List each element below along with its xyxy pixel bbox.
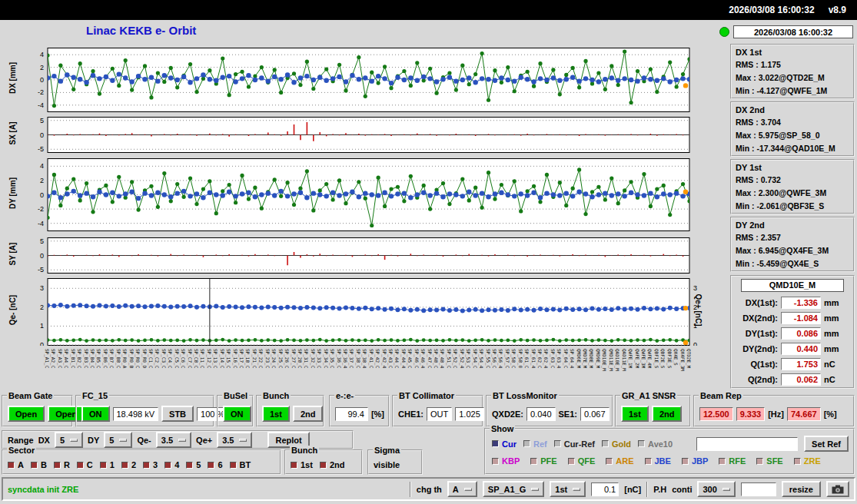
- bpm-label: SP_32_C: [311, 349, 316, 368]
- fc15-stb-button[interactable]: STB: [161, 406, 194, 422]
- set-ref-button[interactable]: Set Ref: [804, 436, 849, 452]
- gr-a1-2nd-button[interactable]: 2nd: [652, 406, 683, 422]
- checkbox-label: KBP: [502, 456, 520, 466]
- sector-checkbox-1[interactable]: 1: [100, 460, 115, 469]
- sector-checkbox-2[interactable]: 2: [121, 460, 136, 469]
- show-checkbox-jbe[interactable]: JBE: [645, 456, 671, 466]
- beam-rep-group: Beam Rep 12.500 9.333 [Hz] 74.667 [%]: [693, 395, 855, 427]
- show-checkbox-zre[interactable]: ZRE: [794, 456, 821, 466]
- bpm-label: SP_11_C: [200, 349, 205, 368]
- status-message: syncdata init ZRE: [8, 485, 78, 494]
- show-checkbox-cur-ref[interactable]: Cur-Ref: [554, 439, 595, 449]
- checkbox-label: 2: [131, 460, 136, 469]
- svg-text:1: 1: [40, 322, 44, 330]
- conti-toggle[interactable]: conti: [672, 485, 692, 494]
- range-dx-select[interactable]: 5: [55, 432, 83, 448]
- checkbox-label: ARE: [616, 456, 633, 466]
- bpm-label: SP_63_C: [550, 349, 556, 368]
- bpm-label: QMD6E_M: [576, 349, 582, 368]
- bpm-label: SP_25_C: [278, 349, 284, 368]
- bpm-label: QBF1E_S: [654, 349, 659, 368]
- bpm-label: SP_62_C: [537, 349, 543, 368]
- checkbox-icon: [164, 462, 171, 469]
- beam-gate-open-button-1[interactable]: Open: [8, 406, 45, 422]
- checkbox-icon: [602, 440, 609, 447]
- bpm-label: SP_38_C: [356, 349, 361, 368]
- sector-checkbox-bt[interactable]: BT: [230, 460, 251, 469]
- sigma-visible-label[interactable]: visible: [374, 460, 400, 469]
- sector-checkbox-4[interactable]: 4: [164, 460, 179, 469]
- show-checkbox-jbp[interactable]: JBP: [682, 456, 708, 466]
- checkbox-label: 1st: [301, 460, 313, 469]
- bpm-label: SP_A1_C: [45, 349, 50, 368]
- interval-select[interactable]: 300: [697, 481, 735, 497]
- resize-button[interactable]: resize: [782, 481, 821, 497]
- sector-checkbox-c[interactable]: C: [77, 460, 93, 469]
- show-checkbox-sfe[interactable]: SFE: [756, 456, 782, 466]
- bpm-label: SP_C5_C: [174, 349, 180, 368]
- beam-rep-pct-label: [%]: [824, 410, 837, 419]
- gr-a1-1st-button[interactable]: 1st: [621, 406, 649, 422]
- show-checkbox-ref[interactable]: Ref: [523, 439, 547, 449]
- bunch-1st-button[interactable]: 1st: [262, 406, 290, 422]
- bunch-number-select[interactable]: 1st: [550, 481, 586, 497]
- range-qep-select[interactable]: 3.5: [217, 432, 252, 448]
- bunch-checkbox-2nd[interactable]: 2nd: [320, 460, 345, 469]
- stat-rms: RMS : 3.704: [736, 116, 849, 129]
- show-checkbox-cur[interactable]: Cur: [492, 439, 517, 449]
- se1-label: SE1:: [559, 410, 577, 419]
- bpm-label: SP_61_C: [524, 349, 530, 368]
- chg-th-toggle[interactable]: chg th: [417, 485, 442, 494]
- bpm-label: SP_57_C: [505, 349, 510, 368]
- threshold-entry[interactable]: 0.1: [591, 482, 619, 496]
- camera-button[interactable]: [826, 481, 849, 497]
- sector-checkbox-5[interactable]: 5: [186, 460, 201, 469]
- range-qem-select[interactable]: 3.5: [156, 432, 191, 448]
- sector-group-label: Sector: [7, 446, 36, 455]
- bpm-label: SP_31_C: [304, 349, 309, 368]
- blank-entry[interactable]: [741, 482, 776, 496]
- svg-text:0: 0: [40, 252, 44, 260]
- fc15-on-button[interactable]: ON: [81, 406, 110, 422]
- sector-checkbox-a[interactable]: A: [8, 460, 24, 469]
- ref-name-entry[interactable]: [696, 437, 798, 451]
- show-checkbox-rfe[interactable]: RFE: [719, 456, 746, 466]
- select-value: 5: [60, 436, 65, 445]
- sector-checkbox-b[interactable]: B: [31, 460, 47, 469]
- che1-state-value: OUT: [427, 407, 452, 421]
- bpm-monitor-rows: DX(1st):-1.336mmDX(2nd):-1.084mmDY(1st):…: [735, 295, 850, 387]
- busel-group: BuSel ON: [217, 395, 254, 427]
- monitor-unit: mm: [824, 344, 839, 353]
- bpm-label: SP_B5_C: [96, 349, 101, 368]
- checkbox-icon: [8, 462, 15, 469]
- sector-checkbox-3[interactable]: 3: [143, 460, 158, 469]
- show-checkbox-pfe[interactable]: PFE: [530, 456, 556, 466]
- show-checkbox-kbp[interactable]: KBP: [492, 456, 520, 466]
- show-checkbox-gold[interactable]: Gold: [602, 439, 631, 449]
- ph-toggle[interactable]: P.H: [653, 485, 666, 494]
- range-dy-select[interactable]: 5: [104, 432, 132, 448]
- sector-checkbox-r[interactable]: R: [54, 460, 70, 469]
- che1-position-value: 1.025: [455, 407, 484, 421]
- sector-checkbox-6[interactable]: 6: [208, 460, 222, 469]
- bpm-label: QWFE_4M: [647, 349, 653, 368]
- fc15-group-label: FC_15: [81, 391, 109, 400]
- bunch-group: Bunch 1st 2nd: [256, 395, 324, 427]
- bunch-checkbox-1st[interactable]: 1st: [291, 460, 313, 469]
- device-select[interactable]: SP_A1_G: [483, 481, 545, 497]
- show-checkbox-are[interactable]: ARE: [606, 456, 633, 466]
- monitor-value: 0.062: [781, 373, 821, 386]
- show-checkbox-ave10[interactable]: Ave10: [638, 439, 673, 449]
- show-checkbox-qfe[interactable]: QFE: [568, 456, 596, 466]
- busel-on-button[interactable]: ON: [223, 406, 251, 422]
- bunch-2nd-button[interactable]: 2nd: [293, 406, 324, 422]
- checkbox-label: Cur: [502, 439, 517, 449]
- sector-select[interactable]: A: [447, 481, 477, 497]
- beam-rep-value-2: 9.333: [736, 407, 766, 421]
- svg-text:4: 4: [40, 51, 44, 58]
- bpm-label: SP_16_C: [233, 349, 238, 368]
- bunch-group-label: Bunch: [261, 391, 291, 400]
- checkbox-icon: [143, 462, 150, 469]
- monitor-unit: mm: [824, 329, 839, 338]
- checkbox-label: JBE: [655, 456, 671, 466]
